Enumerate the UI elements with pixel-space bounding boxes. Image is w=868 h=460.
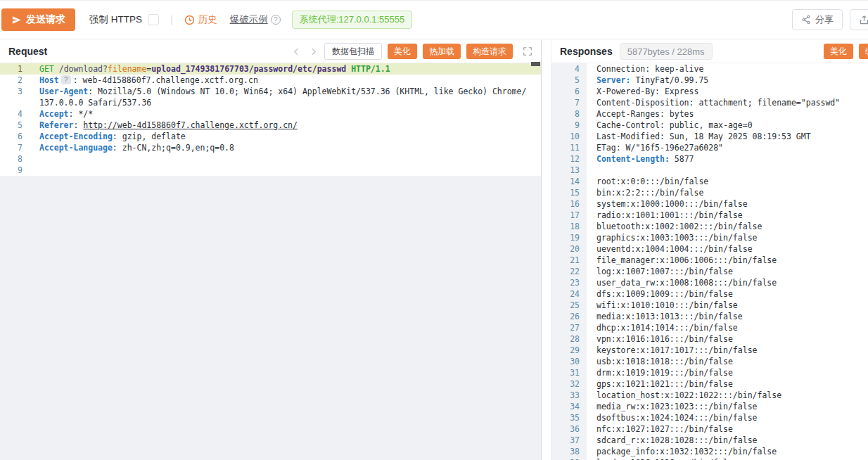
code-line: 33location_host:x:1022:1022:::/bin/false (551, 390, 868, 401)
code-line-text: Accept-Encoding: gzip, deflate (32, 131, 541, 142)
line-number: 23 (551, 277, 587, 288)
history-button[interactable]: 历史 (184, 13, 217, 26)
code-line: 24dfs:x:1009:1009:::/bin/false (551, 288, 868, 300)
construct-request-button[interactable]: 构造请求 (466, 44, 513, 59)
line-number: 7 (0, 142, 32, 153)
response-editor[interactable]: 4Connection: keep-alive5Server: TinyFat/… (551, 63, 868, 460)
code-line: 27dhcp:x:1014:1014:::/bin/false (551, 322, 868, 333)
line-number: 4 (0, 108, 32, 120)
request-editor[interactable]: 1GET /download?filename=upload_174938176… (0, 63, 541, 176)
code-line: 9 (0, 165, 541, 176)
request-title: Request (8, 46, 47, 57)
packet-scan-button[interactable]: 数据包扫描 (324, 43, 382, 60)
code-line-text: Referer: http://web-4d158860f7.challenge… (32, 120, 541, 131)
line-number: 9 (0, 165, 32, 176)
line-number: 31 (551, 367, 587, 378)
code-line-text: media:x:1013:1013:::/bin/false (587, 311, 868, 322)
line-number: 13 (551, 165, 587, 176)
toolbar-divider: | (170, 14, 173, 25)
line-number: 33 (551, 390, 587, 401)
line-number: 27 (551, 322, 587, 333)
share-label: 分享 (815, 13, 834, 26)
code-line: 37sdcard_r:x:1028:1028:::/bin/false (551, 435, 868, 446)
code-line: 21file_manager:x:1006:1006:::/bin/false (551, 255, 868, 266)
export-button[interactable] (850, 9, 868, 30)
line-number: 36 (551, 423, 587, 435)
request-header-actions: 数据包扫描 美化 热加载 构造请求 (291, 43, 532, 60)
encode-button[interactable]: 编码 (859, 44, 868, 59)
code-line-text: package_info:x:1032:1032:::/bin/false (587, 446, 868, 457)
chevron-left-icon[interactable] (291, 46, 302, 57)
line-number: 37 (551, 435, 587, 446)
line-number: 6 (0, 131, 32, 142)
code-line: 2Host?: web-4d158860f7.challenge.xctf.or… (0, 75, 541, 86)
force-https-checkbox[interactable] (148, 14, 159, 25)
line-number: 12 (551, 153, 587, 165)
line-number: 29 (551, 345, 587, 356)
code-line: 35dsoftbus:x:1024:1024:::/bin/false (551, 412, 868, 423)
code-line: 38package_info:x:1032:1032:::/bin/false (551, 446, 868, 457)
line-number: 5 (551, 75, 587, 86)
line-number: 18 (551, 221, 587, 232)
paper-plane-icon (11, 15, 22, 25)
response-title: Responses (560, 46, 613, 57)
code-line-text: Connection: keep-alive (587, 63, 868, 75)
code-line-text: ueventd:x:1004:1004:::/bin/false (587, 243, 868, 255)
line-number: 20 (551, 243, 587, 255)
hot-reload-button[interactable]: 热加载 (423, 44, 461, 59)
history-label: 历史 (198, 13, 217, 26)
code-line: 26media:x:1013:1013:::/bin/false (551, 311, 868, 322)
code-line: 8Accept-Ranges: bytes (551, 108, 868, 120)
toolbar-right-group: 分享 (792, 9, 868, 30)
system-proxy-badge: 系统代理:127.0.0.1:55555 (292, 11, 413, 29)
code-line: 6X-Powered-By: Express (551, 86, 868, 97)
line-number: 4 (551, 63, 587, 75)
code-line: 10Last-Modified: Sun, 18 May 2025 08:19:… (551, 131, 868, 142)
request-scrollbar-thumb[interactable] (531, 62, 540, 66)
code-line-text: sdcard_r:x:1028:1028:::/bin/false (587, 435, 868, 446)
code-line: 19graphics:x:1003:1003:::/bin/false (551, 232, 868, 243)
code-line-text: log:x:1007:1007:::/bin/false (587, 266, 868, 277)
code-line: 34media_rw:x:1023:1023:::/bin/false (551, 401, 868, 412)
response-header-actions: 美化 编码 (824, 44, 868, 59)
help-icon[interactable]: ? (271, 15, 281, 25)
response-beautify-button[interactable]: 美化 (824, 44, 853, 59)
line-number: 22 (551, 266, 587, 277)
force-https-label: 强制 HTTPS (89, 13, 142, 26)
code-line-text: Server: TinyFat/0.99.75 (587, 75, 868, 86)
code-line-text: Cache-Control: public, max-age=0 (587, 120, 868, 131)
send-request-label: 发送请求 (26, 13, 65, 26)
code-line: 3User-Agent: Mozilla/5.0 (Windows NT 10.… (0, 86, 541, 108)
code-line-text: location_host:x:1022:1022:::/bin/false (587, 390, 868, 401)
send-request-button[interactable]: 发送请求 (1, 8, 75, 31)
line-number: 10 (551, 131, 587, 142)
code-line-text: vpn:x:1016:1016:::/bin/false (587, 333, 868, 345)
line-number: 21 (551, 255, 587, 266)
code-line: 4Accept: */* (0, 108, 541, 120)
line-number: 19 (551, 232, 587, 243)
code-line: 11ETag: W/"16f5-196e27a6028" (551, 142, 868, 153)
request-beautify-button[interactable]: 美化 (388, 44, 417, 59)
fullscreen-icon[interactable] (523, 46, 532, 56)
line-number: 3 (0, 86, 32, 97)
code-line-text: bluetooth:x:1002:1002:::/bin/false (587, 221, 868, 232)
chevron-right-icon[interactable] (307, 46, 319, 57)
line-number: 28 (551, 333, 587, 345)
code-line: 7Content-Disposition: attachment; filena… (551, 97, 868, 108)
code-line-text: gps:x:1021:1021:::/bin/false (587, 378, 868, 390)
code-line-text: Accept-Ranges: bytes (587, 108, 868, 120)
code-line-text: bin:x:2:2:::/bin/false (587, 187, 868, 198)
blast-example-link[interactable]: 爆破示例 (230, 13, 268, 26)
code-line-text: nfc:x:1027:1027:::/bin/false (587, 423, 868, 435)
code-line-text: Last-Modified: Sun, 18 May 2025 08:19:53… (587, 131, 868, 142)
share-button[interactable]: 分享 (792, 9, 843, 30)
code-line: 1GET /download?filename=upload_174938176… (0, 63, 541, 75)
header-hint-badge[interactable]: ? (61, 75, 71, 84)
code-line-text: X-Powered-By: Express (587, 86, 868, 97)
code-line: 22log:x:1007:1007:::/bin/false (551, 266, 868, 277)
code-line-text: graphics:x:1003:1003:::/bin/false (587, 232, 868, 243)
code-line-text: keystore:x:1017:1017:::/bin/false (587, 345, 868, 356)
line-number: 15 (551, 187, 587, 198)
code-line-text: Accept-Language: zh-CN,zh;q=0.9,en;q=0.8 (32, 142, 541, 153)
code-line-text: radio:x:1001:1001:::/bin/false (587, 210, 868, 221)
